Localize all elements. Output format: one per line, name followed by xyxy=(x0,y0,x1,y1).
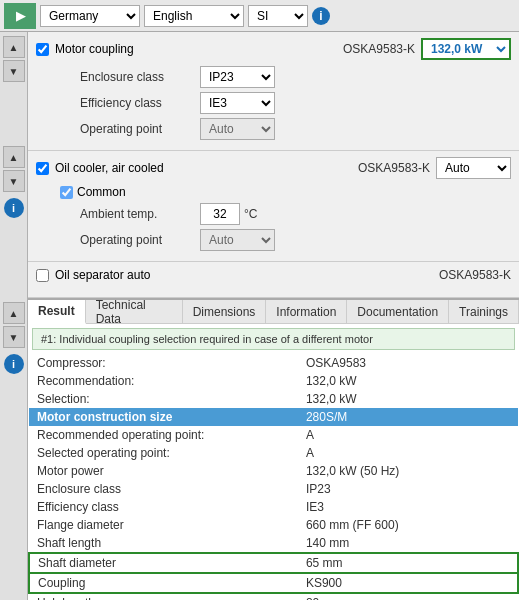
result-note: #1: Individual coupling selection requir… xyxy=(32,328,515,350)
scroll-up2-btn[interactable]: ▲ xyxy=(3,146,25,168)
table-cell-label: Selected operating point: xyxy=(29,444,298,462)
efficiency-label: Efficiency class xyxy=(80,96,200,110)
scroll-up3-btn[interactable]: ▲ xyxy=(3,302,25,324)
table-cell-label: Hub length xyxy=(29,593,298,600)
table-cell-value: 132,0 kW xyxy=(298,372,518,390)
logo-icon: ▶ xyxy=(16,9,25,23)
table-cell-value: KS900 xyxy=(298,573,518,593)
info-icon-top[interactable]: i xyxy=(312,7,330,25)
common-row: Common xyxy=(56,185,511,199)
table-cell-label: Compressor: xyxy=(29,354,298,372)
table-cell-value: 140 mm xyxy=(298,534,518,553)
unit-select[interactable]: SI xyxy=(248,5,308,27)
table-cell-value: 65 mm xyxy=(298,553,518,573)
language-select[interactable]: English xyxy=(144,5,244,27)
main-area: ▲ ▼ ▲ ▼ i ▲ ▼ i Motor coupling OSKA9583-… xyxy=(0,32,519,600)
table-cell-label: Shaft diameter xyxy=(29,553,298,573)
scroll-down2-btn[interactable]: ▼ xyxy=(3,170,25,192)
oil-cooler-section: Oil cooler, air cooled OSKA9583-K Auto C… xyxy=(28,151,519,262)
efficiency-row: Efficiency class IE3 xyxy=(36,92,511,114)
enclosure-row: Enclosure class IP23 xyxy=(36,66,511,88)
table-row: Motor power132,0 kW (50 Hz) xyxy=(29,462,518,480)
operating-select-2[interactable]: Auto xyxy=(200,229,275,251)
logo: ▶ xyxy=(4,3,36,29)
tab-dimensions[interactable]: Dimensions xyxy=(183,300,267,323)
common-label: Common xyxy=(77,185,126,199)
table-row: Recommended operating point:A xyxy=(29,426,518,444)
table-cell-label: Recommended operating point: xyxy=(29,426,298,444)
table-cell-label: Selection: xyxy=(29,390,298,408)
oil-cooler-value-area: OSKA9583-K Auto xyxy=(358,157,511,179)
motor-coupling-checkbox[interactable] xyxy=(36,43,49,56)
oil-separator-title: Oil separator auto xyxy=(55,268,150,282)
table-cell-label: Coupling xyxy=(29,573,298,593)
enclosure-label: Enclosure class xyxy=(80,70,200,84)
oil-separator-title-area: Oil separator auto xyxy=(36,268,150,282)
table-cell-value: IE3 xyxy=(298,498,518,516)
tab-result[interactable]: Result xyxy=(28,300,86,324)
tab-technical-data[interactable]: Technical Data xyxy=(86,300,183,323)
oil-separator-value-area: OSKA9583-K xyxy=(439,268,511,282)
table-cell-label: Flange diameter xyxy=(29,516,298,534)
table-cell-label: Shaft length xyxy=(29,534,298,553)
oil-separator-checkbox[interactable] xyxy=(36,269,49,282)
table-row: Hub length80 mm xyxy=(29,593,518,600)
oil-cooler-header: Oil cooler, air cooled OSKA9583-K Auto xyxy=(36,157,511,179)
left-sidebar: ▲ ▼ ▲ ▼ i ▲ ▼ i xyxy=(0,32,28,600)
table-row: Shaft length140 mm xyxy=(29,534,518,553)
scroll-down3-btn[interactable]: ▼ xyxy=(3,326,25,348)
oil-cooler-checkbox[interactable] xyxy=(36,162,49,175)
operating-select-1[interactable]: Auto xyxy=(200,118,275,140)
table-row: CouplingKS900 xyxy=(29,573,518,593)
table-row: Selection:132,0 kW xyxy=(29,390,518,408)
table-cell-label: Recommendation: xyxy=(29,372,298,390)
table-cell-label: Motor construction size xyxy=(29,408,298,426)
table-cell-value: IP23 xyxy=(298,480,518,498)
oil-cooler-title-area: Oil cooler, air cooled xyxy=(36,161,164,175)
table-cell-value: 132,0 kW (50 Hz) xyxy=(298,462,518,480)
motor-coupling-value-area: OSKA9583-K 132,0 kW xyxy=(343,38,511,60)
scroll-down-btn[interactable]: ▼ xyxy=(3,60,25,82)
temp-unit: °C xyxy=(244,207,257,221)
table-cell-value: 80 mm xyxy=(298,593,518,600)
sidebar-info-icon-2[interactable]: i xyxy=(4,354,24,374)
table-row: Efficiency classIE3 xyxy=(29,498,518,516)
common-checkbox[interactable] xyxy=(60,186,73,199)
efficiency-select[interactable]: IE3 xyxy=(200,92,275,114)
country-select[interactable]: Germany xyxy=(40,5,140,27)
tab-information[interactable]: Information xyxy=(266,300,347,323)
operating-row-1: Operating point Auto xyxy=(36,118,511,140)
table-cell-value: 132,0 kW xyxy=(298,390,518,408)
tab-documentation[interactable]: Documentation xyxy=(347,300,449,323)
tab-trainings[interactable]: Trainings xyxy=(449,300,519,323)
motor-coupling-title: Motor coupling xyxy=(55,42,134,56)
sidebar-info-icon-1[interactable]: i xyxy=(4,198,24,218)
oil-separator-section: Oil separator auto OSKA9583-K xyxy=(28,262,519,298)
table-row: Selected operating point:A xyxy=(29,444,518,462)
bottom-panel: Result Technical Data Dimensions Informa… xyxy=(28,298,519,600)
motor-coupling-part-number: OSKA9583-K xyxy=(343,42,415,56)
table-row: Enclosure classIP23 xyxy=(29,480,518,498)
motor-coupling-title-area: Motor coupling xyxy=(36,42,134,56)
oil-separator-part-number: OSKA9583-K xyxy=(439,268,511,282)
table-row: Motor construction size280S/M xyxy=(29,408,518,426)
table-cell-value: A xyxy=(298,426,518,444)
table-cell-value: 660 mm (FF 600) xyxy=(298,516,518,534)
scroll-up-btn[interactable]: ▲ xyxy=(3,36,25,58)
ambient-input[interactable] xyxy=(200,203,240,225)
tabs-bar: Result Technical Data Dimensions Informa… xyxy=(28,300,519,324)
table-row: Shaft diameter65 mm xyxy=(29,553,518,573)
motor-coupling-header: Motor coupling OSKA9583-K 132,0 kW xyxy=(36,38,511,60)
oil-separator-header: Oil separator auto OSKA9583-K xyxy=(36,268,511,282)
result-table: Compressor:OSKA9583Recommendation:132,0 … xyxy=(28,354,519,600)
ambient-label: Ambient temp. xyxy=(80,207,200,221)
table-row: Recommendation:132,0 kW xyxy=(29,372,518,390)
enclosure-select[interactable]: IP23 xyxy=(200,66,275,88)
operating-row-2: Operating point Auto xyxy=(36,229,511,251)
operating-label-1: Operating point xyxy=(80,122,200,136)
table-cell-value: OSKA9583 xyxy=(298,354,518,372)
oil-cooler-auto-select[interactable]: Auto xyxy=(436,157,511,179)
result-content: #1: Individual coupling selection requir… xyxy=(28,324,519,600)
table-cell-label: Motor power xyxy=(29,462,298,480)
motor-coupling-power-select[interactable]: 132,0 kW xyxy=(421,38,511,60)
